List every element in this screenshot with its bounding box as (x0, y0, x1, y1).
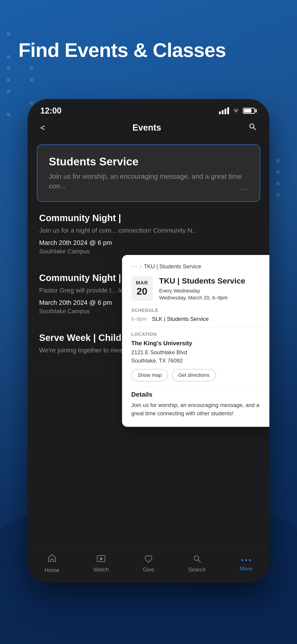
nav-title: Events (132, 123, 161, 133)
tab-more-label: More (240, 566, 252, 572)
popup-schedule-item: 6–9pm SLK | Students Service (131, 316, 269, 322)
signal-icon (219, 107, 229, 114)
popup-date-day: 20 (136, 286, 148, 297)
popup-buttons: Show map Get directions (131, 369, 269, 382)
popup-details-title: Details (131, 391, 269, 398)
popup-chevron-icon: › (140, 264, 141, 270)
popup-card: ··· › TKU | Students Service MAR 20 TKU … (122, 255, 269, 427)
tab-search[interactable]: Search (188, 554, 206, 573)
svg-point-7 (245, 559, 247, 561)
event-title-1: Community Night | (39, 213, 258, 223)
featured-card[interactable]: Students Service Join us for worship, an… (37, 144, 260, 202)
popup-schedule-label: SCHEDULE (131, 308, 269, 313)
status-time: 12:00 (40, 106, 62, 116)
status-bar: 12:00 (28, 99, 269, 118)
popup-breadcrumb-text: TKU | Students Service (144, 263, 201, 270)
tab-give-label: Give (143, 566, 154, 573)
popup-event-date: Wednesday, March 20, 6–9pm (159, 295, 269, 301)
event-location-1: Southlake Campus (39, 248, 258, 255)
svg-line-1 (254, 128, 256, 130)
popup-breadcrumb: ··· › TKU | Students Service (131, 263, 269, 270)
page-title: Find Events & Classes (18, 39, 278, 61)
tab-watch[interactable]: Watch (94, 554, 109, 573)
popup-divider-2 (131, 386, 269, 386)
popup-details-text: Join us for worship, an encouraging mess… (131, 401, 269, 418)
popup-location-name: The King's University (131, 340, 269, 347)
tab-more[interactable]: More (240, 555, 252, 572)
more-icon (241, 555, 251, 564)
show-map-button[interactable]: Show map (131, 369, 168, 382)
popup-event-recurrence: Every Wednesday (159, 288, 269, 294)
popup-schedule-name: SLK | Students Service (152, 316, 208, 322)
popup-schedule-time: 6–9pm (131, 316, 147, 322)
popup-divider-1 (131, 327, 269, 327)
tab-home-label: Home (45, 567, 60, 574)
tab-bar: Home Watch Give (28, 548, 269, 583)
featured-card-title: Students Service (49, 155, 248, 168)
navigation-bar: < Events (28, 118, 269, 138)
tab-give[interactable]: Give (143, 554, 154, 573)
watch-icon (96, 554, 106, 564)
search-button[interactable] (248, 122, 257, 133)
featured-card-description: Join us for worship, an encouraging mess… (49, 172, 248, 191)
popup-event-title: TKU | Students Service (159, 276, 269, 286)
tab-search-label: Search (188, 566, 206, 573)
search-tab-icon (192, 554, 202, 564)
event-date-1: March 20th 2024 @ 6 pm (39, 239, 258, 246)
phone-device: 12:00 < Events (28, 99, 269, 583)
popup-date-badge: MAR 20 (131, 276, 153, 301)
home-icon (47, 553, 57, 565)
featured-card-more-dots[interactable]: ··· (240, 185, 249, 193)
tab-home[interactable]: Home (45, 553, 60, 574)
wifi-icon (232, 107, 240, 115)
back-button[interactable]: < (40, 123, 45, 133)
battery-icon (243, 108, 257, 114)
svg-point-4 (194, 556, 199, 560)
popup-location-address: 2121 E Southlake Blvd Southlake, TX 7609… (131, 348, 269, 365)
popup-event-info: TKU | Students Service Every Wednesday W… (159, 276, 269, 301)
content-area: Students Service Join us for worship, an… (28, 138, 269, 373)
popup-event-row: MAR 20 TKU | Students Service Every Wedn… (131, 276, 269, 301)
status-icons (219, 107, 257, 115)
svg-point-6 (242, 559, 243, 561)
svg-line-5 (198, 560, 201, 562)
popup-date-month: MAR (136, 280, 148, 286)
tab-watch-label: Watch (94, 566, 109, 573)
svg-point-0 (250, 124, 254, 128)
popup-location-label: LOCATION (131, 332, 269, 337)
get-directions-button[interactable]: Get directions (172, 369, 216, 382)
give-icon (144, 554, 153, 564)
svg-marker-3 (100, 557, 103, 560)
svg-point-8 (249, 559, 251, 561)
event-desc-1: Join us for a night of com... connection… (39, 226, 258, 235)
popup-breadcrumb-dots[interactable]: ··· (131, 264, 138, 270)
